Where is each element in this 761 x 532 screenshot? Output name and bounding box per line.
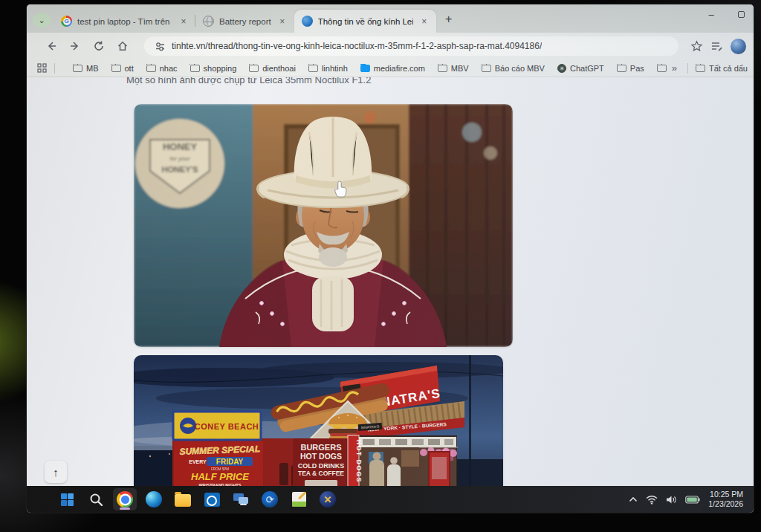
volume-indicator[interactable] [666,495,677,505]
remote-desktop-icon [233,492,249,507]
taskbar-remote-desktop-button[interactable] [229,488,253,510]
taskbar-outlook-button[interactable] [200,488,224,510]
reading-list-icon[interactable] [710,40,723,53]
bookmark-item-mb[interactable]: MB [73,64,99,73]
taskbar-chrome-button[interactable] [113,488,137,510]
divider [687,63,688,74]
taskbar-file-explorer-button[interactable] [171,488,195,510]
bookmark-label: ChatGPT [570,64,604,73]
chatgpt-icon [557,64,566,73]
bookmark-item-dienthoai[interactable]: dienthoai [249,64,296,73]
google-favicon-icon [61,16,72,27]
bookmark-item-t24[interactable]: T24 [657,64,669,73]
hidden-icons-chevron[interactable] [629,496,638,502]
pole [469,355,471,486]
bookmark-label: linhtinh [322,64,348,73]
windows-taskbar: ⟳ ✕ [27,486,754,513]
edge-icon [146,491,162,507]
outlook-icon [204,493,220,507]
tab-close-icon[interactable]: × [178,16,190,27]
battery-icon [685,496,700,504]
menu-teacoffee: TEA & COFFEE [298,470,344,477]
sync-app-icon: ⟳ [262,491,278,507]
chevron-up-icon [629,496,638,502]
bookmark-item-bao-cao-mbv[interactable]: Báo cáo MBV [482,64,545,73]
apps-grid-button[interactable] [37,63,47,73]
menu-burgers: BURGERS [300,443,341,452]
folder-icon [190,65,200,72]
coney-beach-label: CONEY BEACH [195,422,259,431]
tab-title: test pin laptop - Tìm trên Goog [77,17,172,26]
forward-arrow-icon [69,40,81,52]
bookmark-label: MB [86,64,99,73]
chevron-down-icon: ⌄ [38,16,45,25]
mediafire-icon [360,65,370,72]
folder-icon [438,65,447,72]
photo-of-monitor: ⌄ test pin laptop - Tìm trên Goog × Batt… [0,0,761,532]
tab-test-pin-laptop[interactable]: test pin laptop - Tìm trên Goog × [54,10,195,33]
taskbar-search-button[interactable] [84,488,108,510]
tinhte-favicon-icon [302,16,313,27]
divider [54,63,55,74]
bookmark-item-shopping[interactable]: shopping [190,64,237,73]
bookmark-item-nhac[interactable]: nhac [146,64,178,73]
bookmarks-overflow-button[interactable]: » [672,62,677,74]
folder-icon [617,65,626,72]
forward-button[interactable] [65,36,85,56]
home-button[interactable] [113,36,132,56]
tab-close-icon[interactable]: × [418,16,430,27]
tab-battery-report[interactable]: Battery report × [195,10,294,33]
bookmark-label: mediafire.com [374,64,425,73]
browser-toolbar: tinhte.vn/thread/thong-tin-ve-ong-kinh-l… [27,33,754,59]
reload-icon [93,40,105,52]
tab-close-icon[interactable]: × [276,16,288,27]
taskbar-x-app-button[interactable]: ✕ [316,488,340,510]
photo-cowboy-portrait[interactable]: HONEY for your HONEY'S [134,104,513,347]
folder-icon [146,65,156,72]
bookmark-item-pas[interactable]: Pas [617,64,644,73]
restore-button[interactable] [733,7,749,21]
home-icon [117,40,129,52]
apps-grid-icon [37,63,47,73]
wifi-indicator[interactable] [646,495,658,505]
taskbar-edge-button[interactable] [142,488,166,510]
folder-icon [657,65,667,72]
tray-clock[interactable]: 10:25 PM 1/23/2026 [708,490,746,509]
bookmark-label: Pas [630,64,644,73]
site-settings-tune-icon [155,41,166,52]
taskbar-notes-app-button[interactable] [287,488,311,510]
tab-tinhte-leica[interactable]: Thông tin về ống kính Leica No × [294,10,436,33]
profile-avatar[interactable] [731,39,746,54]
all-bookmarks-button[interactable]: Tất cả dấu [696,64,748,73]
tab-strip: ⌄ test pin laptop - Tìm trên Goog × Batt… [27,4,754,33]
tab-title: Thông tin về ống kính Leica No [318,17,413,26]
bookmark-item-chatgpt[interactable]: ChatGPT [557,64,604,73]
tray-time: 10:25 PM [708,490,743,499]
url-bar[interactable]: tinhte.vn/thread/thong-tin-ve-ong-kinh-l… [144,36,679,56]
photo-sinatras-stand[interactable]: SINATRA'S [134,355,503,486]
monitor-screen: ⌄ test pin laptop - Tìm trên Goog × Batt… [27,4,754,513]
half-price-text: HALF PRICE [191,471,249,482]
minimize-button[interactable]: – [703,7,719,21]
new-tab-button[interactable]: + [439,10,459,29]
bookmark-item-linhtinh[interactable]: linhtinh [308,64,348,73]
post-caption-text: Một số hình ảnh được chụp từ Leica 35mm … [126,77,371,85]
scroll-to-top-button[interactable]: ↑ [45,461,67,483]
tab-search-button[interactable]: ⌄ [33,13,51,27]
chrome-icon [117,491,133,507]
bookmark-star-icon[interactable] [690,40,703,53]
windows-start-icon [60,493,74,507]
bookmark-label: ott [125,64,134,73]
start-button[interactable] [55,488,79,510]
bookmark-item-ott[interactable]: ott [111,64,134,73]
folder-icon [249,65,259,72]
bookmark-label: dienthoai [262,64,296,73]
bookmark-item-mbv[interactable]: MBV [438,64,469,73]
back-button[interactable] [42,36,61,56]
bookmark-label: nhac [160,64,178,73]
taskbar-sync-app-button[interactable]: ⟳ [258,488,282,510]
wifi-icon [646,495,658,505]
battery-indicator[interactable] [685,496,700,504]
bookmark-item-mediafire[interactable]: mediafire.com [360,64,425,73]
reload-button[interactable] [89,36,109,56]
